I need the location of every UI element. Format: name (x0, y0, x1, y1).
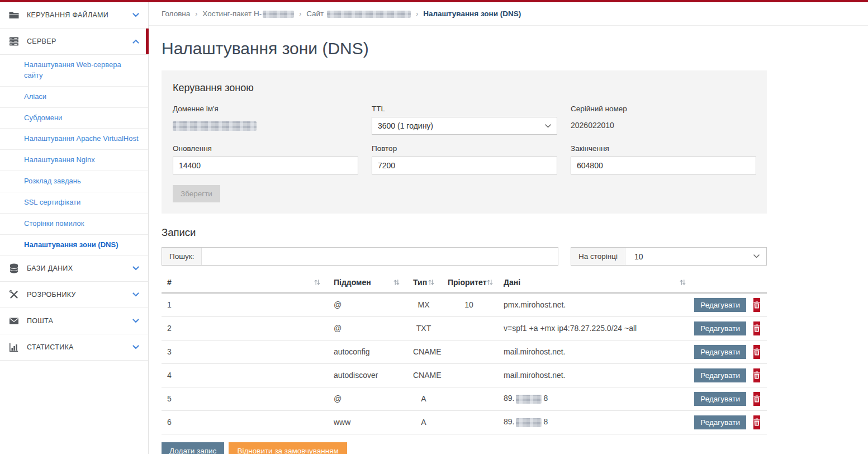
column-header-priority[interactable]: Пріоритет (441, 275, 497, 293)
delete-button[interactable] (753, 392, 760, 406)
record-subdomain: autodiscover (327, 363, 406, 387)
edit-button[interactable]: Редагувати (694, 345, 746, 359)
table-row: 1 @ MX 10 pmx.mirohost.net. Редагувати (162, 293, 767, 316)
delete-button[interactable] (753, 321, 760, 335)
record-data: 89.8 (497, 387, 692, 410)
sort-icon[interactable] (393, 279, 400, 286)
record-type: CNAME (406, 340, 441, 363)
breadcrumb-current: Налаштування зони (DNS) (423, 10, 521, 18)
table-row: 2 @ TXT v=spf1 +a +mx ip4:78.27.225.0/24… (162, 316, 767, 340)
sidebar-item-nginx[interactable]: Налаштування Nginx (0, 150, 148, 171)
record-subdomain: @ (327, 293, 406, 316)
expire-label: Закінчення (571, 144, 756, 153)
record-num: 6 (162, 410, 327, 434)
breadcrumb-site[interactable]: Сайт (306, 10, 411, 18)
column-header-type[interactable]: Тип (406, 275, 441, 293)
edit-button[interactable]: Редагувати (694, 368, 746, 382)
records-toolbar: Пошук: На сторінці 10 (162, 247, 767, 266)
record-subdomain: @ (327, 316, 406, 340)
record-num: 2 (162, 316, 327, 340)
sidebar-item-ssl-certificates[interactable]: SSL сертифікати (0, 192, 148, 214)
sidebar-item-dns-zone[interactable]: Налаштування зони (DNS) (0, 235, 148, 256)
dns-records-table: # Піддомен Тип Пріоритет Дані 1 @ MX 10 … (162, 275, 767, 434)
add-record-button[interactable]: Додати запис (162, 442, 224, 454)
ttl-field: TTL 3600 (1 годину) (372, 105, 557, 135)
delete-button[interactable] (753, 298, 760, 312)
table-row: 5 @ A 89.8 Редагувати (162, 387, 767, 410)
sidebar-section-file-management[interactable]: КЕРУВАННЯ ФАЙЛАМИ (0, 2, 148, 29)
refresh-input[interactable] (173, 157, 358, 174)
save-button[interactable]: Зберегти (173, 185, 220, 202)
chevron-down-icon (132, 345, 139, 349)
sidebar-section-server[interactable]: СЕРВЕР (0, 29, 148, 55)
chevron-down-icon (545, 124, 551, 128)
record-num: 5 (162, 387, 327, 410)
delete-button[interactable] (753, 415, 760, 429)
sort-icon[interactable] (314, 279, 320, 286)
per-page-label: На сторінці (571, 248, 625, 265)
chevron-up-icon (132, 39, 139, 44)
chevron-down-icon (132, 292, 139, 297)
column-header-data[interactable]: Дані (497, 275, 692, 293)
edit-button[interactable]: Редагувати (694, 298, 746, 312)
edit-button[interactable]: Редагувати (694, 415, 746, 429)
sidebar-section-label: ПОШТА (27, 317, 132, 325)
sort-icon[interactable] (487, 279, 493, 286)
per-page-select[interactable]: На сторінці 10 (571, 247, 767, 266)
serial-number-label: Серійний номер (571, 105, 756, 113)
folder-icon (8, 10, 20, 21)
refresh-field: Оновлення (173, 144, 358, 174)
record-priority: 10 (441, 293, 497, 316)
breadcrumb-separator: › (416, 10, 418, 18)
sidebar-item-subdomains[interactable]: Субдомени (0, 108, 148, 129)
record-data: 89.8 (497, 410, 692, 434)
ttl-select[interactable]: 3600 (1 годину) (372, 117, 557, 135)
retry-label: Повтор (372, 144, 557, 153)
column-header-subdomain[interactable]: Піддомен (327, 275, 406, 293)
sort-icon[interactable] (680, 279, 686, 286)
trash-icon (753, 324, 760, 332)
redacted-ip (516, 395, 542, 404)
page-title: Налаштування зони (DNS) (162, 39, 868, 58)
sidebar-item-error-pages[interactable]: Сторінки помилок (0, 214, 148, 235)
record-priority (441, 340, 497, 363)
breadcrumb-hosting-package[interactable]: Хостинг-пакет Н- (202, 10, 294, 18)
record-type: A (406, 410, 441, 434)
trash-icon (753, 348, 760, 356)
retry-input[interactable] (372, 157, 557, 174)
sidebar-section-databases[interactable]: БАЗИ ДАНИХ (0, 256, 148, 282)
ttl-selected-value: 3600 (1 годину) (378, 121, 545, 130)
restore-defaults-button[interactable]: Відновити за замовчуванням (229, 442, 347, 454)
column-header-num[interactable]: # (162, 275, 327, 293)
delete-button[interactable] (753, 345, 760, 359)
sort-icon[interactable] (428, 279, 434, 286)
delete-button[interactable] (753, 368, 760, 382)
sidebar-section-label: КЕРУВАННЯ ФАЙЛАМИ (27, 11, 132, 19)
trash-icon (753, 395, 760, 403)
per-page-value: 10 (625, 248, 753, 265)
sidebar-section-statistics[interactable]: СТАТИСТИКА (0, 334, 148, 361)
retry-field: Повтор (372, 144, 557, 174)
breadcrumb: Головна › Хостинг-пакет Н- › Сайт › Нала… (149, 2, 868, 26)
stats-icon (8, 342, 20, 353)
redacted-text (263, 11, 294, 18)
record-type: CNAME (406, 363, 441, 387)
sidebar-item-aliases[interactable]: Аліаси (0, 87, 148, 108)
record-data: mail.mirohost.net. (497, 340, 692, 363)
expire-input[interactable] (571, 157, 756, 174)
serial-number-value: 2026022010 (571, 117, 756, 130)
search-label: Пошук: (162, 248, 202, 265)
sidebar-item-web-server-settings[interactable]: Налаштування Web-сервера сайту (0, 55, 148, 87)
tools-icon (8, 289, 20, 300)
edit-button[interactable]: Редагувати (694, 392, 746, 406)
sidebar-section-developer[interactable]: РОЗРОБНИКУ (0, 282, 148, 308)
sidebar-item-scheduled-tasks[interactable]: Розклад завдань (0, 171, 148, 192)
record-priority (441, 410, 497, 434)
sidebar-section-mail[interactable]: ПОШТА (0, 308, 148, 334)
sidebar-item-apache-virtualhost[interactable]: Налаштування Apache VirtualHost (0, 129, 148, 150)
edit-button[interactable]: Редагувати (694, 321, 746, 335)
table-row: 4 autodiscover CNAME mail.mirohost.net. … (162, 363, 767, 387)
search-input[interactable] (202, 248, 558, 265)
breadcrumb-home[interactable]: Головна (162, 10, 190, 18)
database-icon (8, 263, 20, 274)
